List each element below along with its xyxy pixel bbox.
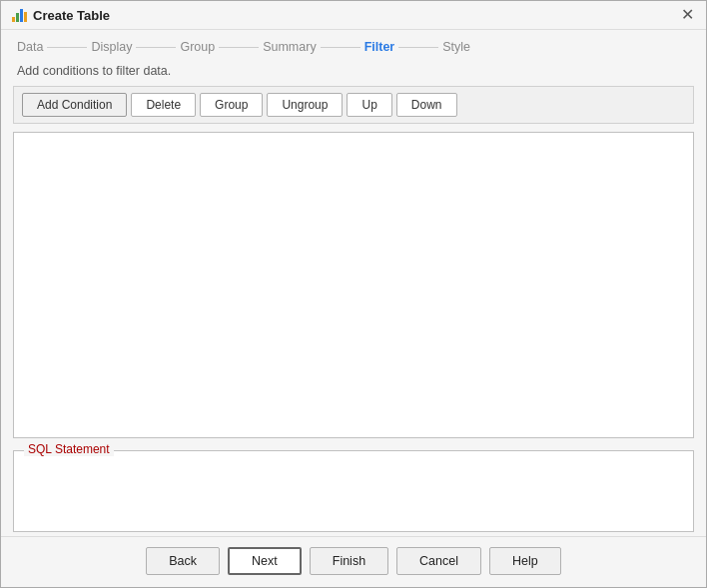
sql-statement-group: SQL Statement — [13, 450, 694, 532]
conditions-area — [13, 132, 694, 438]
finish-button[interactable]: Finish — [310, 547, 388, 575]
page-subtitle: Add conditions to filter data. — [1, 60, 706, 86]
step-sep-3 — [219, 47, 259, 48]
dialog-title: Create Table — [33, 8, 110, 23]
create-table-dialog: Create Table ✕ Data Display Group Summar… — [0, 0, 707, 588]
group-button[interactable]: Group — [200, 93, 263, 117]
dialog-footer: Back Next Finish Cancel Help — [1, 536, 706, 587]
add-condition-button[interactable]: Add Condition — [22, 93, 127, 117]
svg-rect-0 — [12, 17, 15, 22]
app-icon — [11, 7, 27, 23]
step-data[interactable]: Data — [17, 40, 43, 54]
svg-rect-3 — [24, 12, 27, 22]
step-style[interactable]: Style — [442, 40, 470, 54]
steps-nav: Data Display Group Summary Filter Style — [1, 30, 706, 60]
step-summary[interactable]: Summary — [263, 40, 316, 54]
step-sep-2 — [136, 47, 176, 48]
cancel-button[interactable]: Cancel — [396, 547, 481, 575]
next-button[interactable]: Next — [228, 547, 302, 575]
title-bar-left: Create Table — [11, 7, 110, 23]
down-button[interactable]: Down — [396, 93, 457, 117]
step-display[interactable]: Display — [91, 40, 132, 54]
step-sep-5 — [398, 47, 438, 48]
step-group[interactable]: Group — [180, 40, 215, 54]
title-bar: Create Table ✕ — [1, 1, 706, 30]
svg-rect-2 — [20, 9, 23, 22]
up-button[interactable]: Up — [347, 93, 391, 117]
svg-rect-1 — [16, 13, 19, 22]
filter-toolbar: Add Condition Delete Group Ungroup Up Do… — [13, 86, 694, 124]
help-button[interactable]: Help — [489, 547, 561, 575]
step-sep-1 — [47, 47, 87, 48]
close-button[interactable]: ✕ — [679, 7, 696, 23]
ungroup-button[interactable]: Ungroup — [267, 93, 343, 117]
step-filter[interactable]: Filter — [364, 40, 395, 54]
delete-button[interactable]: Delete — [131, 93, 196, 117]
sql-legend: SQL Statement — [24, 442, 114, 456]
content-area: Add Condition Delete Group Ungroup Up Do… — [1, 86, 706, 536]
sql-content — [14, 451, 693, 531]
back-button[interactable]: Back — [146, 547, 220, 575]
step-sep-4 — [321, 47, 360, 48]
